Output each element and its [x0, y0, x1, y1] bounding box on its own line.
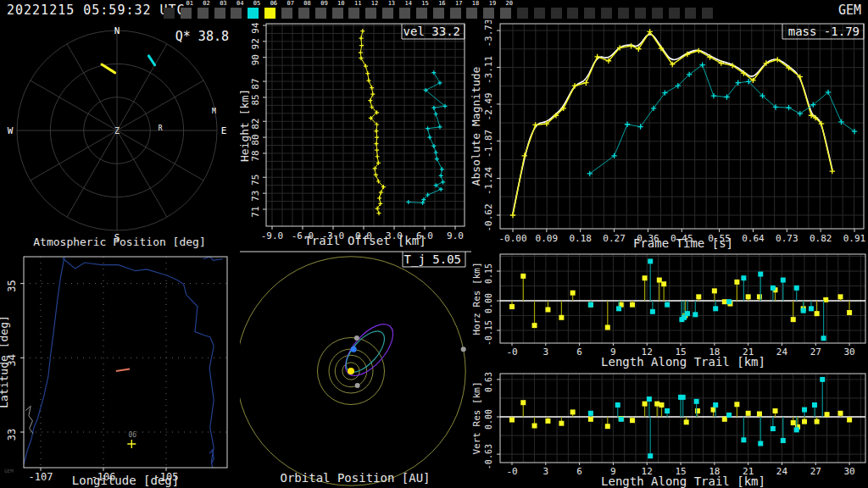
trail-grid	[266, 24, 465, 226]
magnitude-markers-station-06	[510, 29, 835, 218]
frame-box-label: 14	[404, 1, 411, 7]
frame-box-label: 07	[287, 1, 294, 7]
frame-box-05[interactable]: 05	[248, 8, 259, 19]
frame-box-x0[interactable]	[164, 8, 175, 19]
planet-dot-2	[461, 347, 466, 352]
frame-box-x24[interactable]	[567, 8, 578, 19]
svg-text:-107: -107	[29, 471, 53, 483]
compass-west-label: W	[8, 125, 14, 136]
frame-box-07[interactable]: 07	[281, 8, 292, 19]
orbital-position-plot: T_j 5.05Orbital Position [AU]	[240, 250, 471, 488]
res-xlabel: Length Along Trail [km]	[601, 355, 765, 369]
frame-box-label: 12	[371, 1, 378, 7]
map-river-0	[22, 257, 64, 468]
frame-box-08[interactable]: 08	[298, 8, 309, 19]
magnitude-xlabel: Frame Time [s]	[633, 236, 733, 250]
frame-box-01[interactable]: 01	[181, 8, 192, 19]
res-series-station-05	[588, 377, 825, 458]
frame-box-label: 03	[220, 1, 226, 7]
magnitude-series-station-05	[590, 65, 854, 174]
frame-box-x27[interactable]	[618, 8, 629, 19]
res-xlabel: Length Along Trail [km]	[601, 474, 765, 488]
gem-app-window: 20221215 05:59:32 UTC 010203040506070809…	[0, 0, 868, 488]
frame-box-16[interactable]: 16	[433, 8, 444, 19]
frame-box-03[interactable]: 03	[214, 8, 225, 19]
corner-watermark: GEM	[4, 468, 14, 474]
svg-text:-1.87: -1.87	[483, 130, 494, 158]
atmospheric-position-plot: NSEWZRMQ* 38.8Atmospheric Position [deg]	[0, 20, 240, 250]
frame-box-label: 02	[203, 1, 209, 7]
svg-text:06: 06	[128, 431, 136, 439]
frame-box-x31[interactable]	[685, 8, 696, 19]
frame-box-17[interactable]: 17	[450, 8, 461, 19]
frame-box-x28[interactable]	[635, 8, 646, 19]
frame-box-06[interactable]: 06	[264, 8, 275, 19]
frame-box-15[interactable]: 15	[416, 8, 427, 19]
svg-text:3: 3	[542, 347, 548, 358]
svg-text:6: 6	[576, 347, 582, 358]
map-xlabel: Longitude [deg]	[72, 474, 179, 487]
svg-text:-0: -0	[506, 466, 517, 477]
map-features	[22, 257, 223, 468]
frame-box-18[interactable]: 18	[466, 8, 477, 19]
frame-box-x26[interactable]	[601, 8, 612, 19]
svg-text:0.00: 0.00	[484, 293, 493, 313]
svg-text:78: 78	[250, 150, 261, 161]
meteor-streak-cyan	[148, 56, 154, 65]
frame-box-label: 10	[337, 1, 344, 7]
frame-box-x30[interactable]	[669, 8, 680, 19]
station-marker-06: 06	[127, 431, 136, 448]
frame-box-04[interactable]: 04	[231, 8, 242, 19]
frame-box-10[interactable]: 10	[332, 8, 343, 19]
frame-box-x23[interactable]	[551, 8, 562, 19]
status-bar: 20221215 05:59:32 UTC 010203040506070809…	[0, 0, 868, 20]
absolute-magnitude-plot: -0.000.090.180.270.360.450.550.640.730.8…	[471, 20, 868, 250]
frame-box-09[interactable]: 09	[315, 8, 326, 19]
compass-north-label: N	[114, 25, 120, 36]
residuals-plot: -0369121518212427300.150.00-0.15Horz Res…	[471, 250, 868, 488]
frame-box-x32[interactable]	[702, 8, 713, 19]
svg-text:6: 6	[576, 466, 582, 477]
map-panel: -107-106-10533343506Longitude [deg]Latit…	[0, 250, 240, 488]
trail-markers-station-06	[359, 29, 386, 215]
ground-map-plot: -107-106-10533343506Longitude [deg]Latit…	[0, 250, 240, 488]
svg-text:9.0: 9.0	[447, 230, 464, 241]
svg-text:30: 30	[843, 466, 854, 477]
sun-dot	[348, 368, 354, 374]
frame-box-label: 20	[506, 1, 513, 7]
atmospheric-xlabel: Atmospheric Position [deg]	[33, 236, 206, 248]
res-ylabel: Vert Res [km]	[471, 381, 482, 454]
frame-box-x22[interactable]	[534, 8, 545, 19]
frame-box-12[interactable]: 12	[365, 8, 376, 19]
svg-text:82: 82	[250, 119, 261, 130]
frame-box-x21[interactable]	[517, 8, 528, 19]
frame-box-label: 15	[421, 1, 428, 7]
frame-box-14[interactable]: 14	[399, 8, 410, 19]
app-brand-label: GEM	[838, 3, 861, 18]
svg-text:-2.49: -2.49	[483, 92, 494, 120]
frame-box-20[interactable]: 20	[500, 8, 511, 19]
atmospheric-position-panel: NSEWZRMQ* 38.8Atmospheric Position [deg]	[0, 20, 240, 253]
frame-box-13[interactable]: 13	[382, 8, 393, 19]
svg-text:35: 35	[6, 280, 18, 291]
magnitude-plot-frame	[500, 24, 864, 229]
frame-box-label: 01	[186, 1, 192, 7]
frame-box-02[interactable]: 02	[198, 8, 209, 19]
svg-text:-0.62: -0.62	[483, 203, 494, 231]
trail-series-station-05	[409, 73, 445, 203]
frame-box-19[interactable]: 19	[483, 8, 494, 19]
trail-offset-panel: -9.0-6.0-3.00.03.06.09.07173757880828587…	[240, 20, 471, 253]
svg-text:-1.24: -1.24	[483, 167, 494, 195]
svg-text:75: 75	[250, 175, 261, 186]
frame-box-label: 05	[253, 1, 260, 7]
frame-box-x29[interactable]	[652, 8, 663, 19]
radiant-marker-R: R	[159, 125, 163, 132]
frame-box-x25[interactable]	[584, 8, 595, 19]
svg-text:33: 33	[6, 429, 18, 441]
frame-box-label: 08	[303, 1, 310, 7]
frame-box-label: 06	[270, 1, 277, 7]
frame-box-11[interactable]: 11	[348, 8, 359, 19]
q-value-annotation: Q* 38.8	[175, 29, 229, 44]
map-river-2	[203, 257, 223, 260]
svg-text:87: 87	[250, 78, 261, 89]
